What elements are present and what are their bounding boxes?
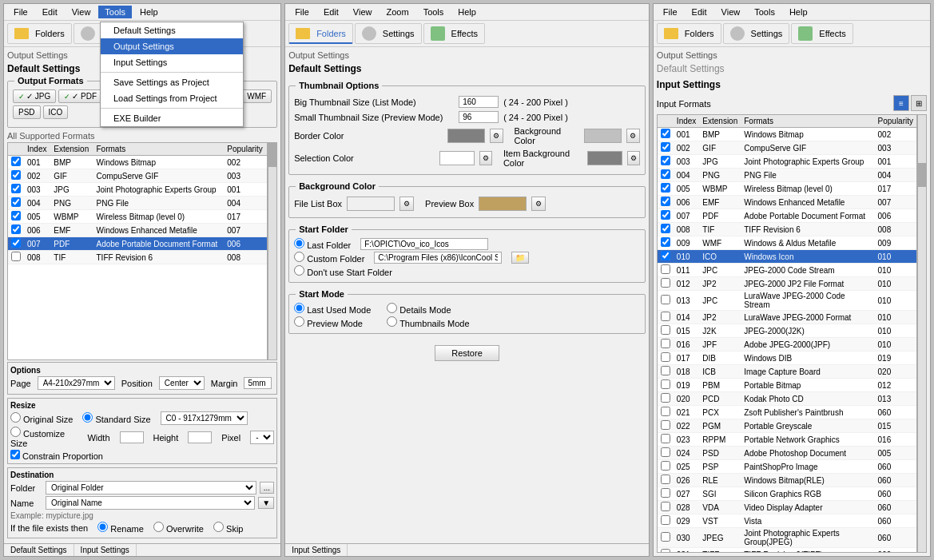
row-check[interactable] <box>8 183 24 197</box>
row-check[interactable] <box>8 210 24 224</box>
original-size-radio[interactable] <box>10 412 21 423</box>
table-row[interactable]: 020 PCD Kodak Photo CD 013 <box>658 392 916 406</box>
table-row[interactable]: 028 VDA Video Display Adapter 060 <box>658 501 916 514</box>
standard-size-radio[interactable] <box>82 412 93 423</box>
fmt-jpg[interactable]: ✓ JPG <box>13 89 56 103</box>
row-checkbox[interactable] <box>11 157 21 166</box>
row-check[interactable] <box>658 169 674 182</box>
row-checkbox[interactable] <box>661 278 670 288</box>
last-folder-radio-label[interactable]: Last Folder <box>294 238 351 250</box>
menu-help-2[interactable]: Help <box>451 6 483 18</box>
row-checkbox[interactable] <box>661 352 670 362</box>
row-checkbox[interactable] <box>661 339 670 348</box>
folder-select[interactable]: Original Folder <box>46 481 256 494</box>
row-check[interactable] <box>658 474 674 487</box>
row-checkbox[interactable] <box>661 251 670 260</box>
row-checkbox[interactable] <box>661 264 670 274</box>
item-bg-color-btn[interactable]: ⚙ <box>627 151 640 165</box>
preview-mode-radio[interactable] <box>294 316 304 327</box>
preview-color-btn[interactable]: ⚙ <box>531 197 546 211</box>
menu-file-1[interactable]: File <box>7 6 34 18</box>
row-check[interactable] <box>658 236 674 250</box>
row-check[interactable] <box>658 155 674 169</box>
scroll-thumb-1[interactable] <box>268 143 276 167</box>
row-check[interactable] <box>658 128 674 141</box>
margin-input[interactable] <box>244 377 272 389</box>
menu-tools-3[interactable]: Tools <box>748 6 781 18</box>
original-size-label[interactable]: Original Size <box>10 412 73 424</box>
overwrite-radio[interactable] <box>153 522 164 532</box>
preview-mode-label[interactable]: Preview Mode <box>294 316 363 328</box>
skip-radio[interactable] <box>213 522 224 532</box>
table-row[interactable]: 015 J2K JPEG-2000(J2K) 010 <box>658 324 916 338</box>
row-check[interactable] <box>8 237 24 251</box>
table-row[interactable]: 025 PSP PaintShopPro Image 060 <box>658 460 916 474</box>
row-check[interactable] <box>658 447 674 460</box>
row-check[interactable] <box>658 419 674 433</box>
dont-use-radio[interactable] <box>294 265 304 276</box>
table-row[interactable]: 012 JP2 JPEG-2000 JP2 File Format 010 <box>658 277 916 291</box>
skip-label[interactable]: Skip <box>213 522 243 534</box>
table-row[interactable]: 005 WBMP Wireless Bitmap (level 0) 017 <box>8 210 267 224</box>
dropdown-load-settings[interactable]: Load Settings from Project <box>101 90 243 106</box>
constrain-checkbox[interactable] <box>10 450 20 459</box>
customize-size-radio[interactable] <box>10 427 21 437</box>
table-row[interactable]: 013 JPC LuraWave JPEG-2000 Code Stream 0… <box>658 291 916 311</box>
table-row[interactable]: 005 WBMP Wireless Bitmap (level 0) 017 <box>658 182 916 196</box>
dropdown-exe-builder[interactable]: EXE Builder <box>101 110 243 126</box>
row-checkbox[interactable] <box>661 129 670 138</box>
scroll-thumb-3[interactable] <box>918 163 926 187</box>
row-check[interactable] <box>658 223 674 236</box>
table-row[interactable]: 001 BMP Windows Bitmap 002 <box>8 156 267 169</box>
bottom-tab-input-settings-2[interactable]: Input Settings <box>285 544 348 556</box>
table-row[interactable]: 006 EMF Windows Enhanced Metafile 007 <box>658 196 916 209</box>
table-row[interactable]: 004 PNG PNG File 004 <box>8 197 267 210</box>
toolbar-settings-3[interactable]: Settings <box>723 23 790 44</box>
position-select[interactable]: Center <box>159 376 205 390</box>
big-thumb-input[interactable] <box>459 96 499 108</box>
dont-use-label[interactable]: Don't use Start Folder <box>294 265 392 277</box>
table-row[interactable]: 002 GIF CompuServe GIF 003 <box>658 141 916 155</box>
row-checkbox[interactable] <box>11 211 21 220</box>
row-checkbox[interactable] <box>11 238 21 248</box>
table-row[interactable]: 030 JPEG Joint Photographic Experts Grou… <box>658 528 916 548</box>
table-row[interactable]: 008 TIF TIFF Revision 6 008 <box>658 223 916 236</box>
row-checkbox[interactable] <box>661 434 670 443</box>
rename-radio[interactable] <box>97 522 108 532</box>
menu-help-1[interactable]: Help <box>133 6 165 18</box>
row-check[interactable] <box>658 528 674 548</box>
scrollbar-3[interactable] <box>917 114 927 553</box>
bottom-tab-default-settings-1[interactable]: Default Settings <box>4 544 74 556</box>
row-check[interactable] <box>658 501 674 514</box>
dropdown-input-settings[interactable]: Input Settings <box>101 54 243 70</box>
row-checkbox[interactable] <box>11 252 21 261</box>
height-input[interactable] <box>188 431 212 443</box>
menu-tools-2[interactable]: Tools <box>417 6 451 18</box>
table-row[interactable]: 014 JP2 LuraWave JPEG-2000 Format 010 <box>658 311 916 324</box>
table-row[interactable]: 027 SGI Silicon Graphics RGB 060 <box>658 487 916 501</box>
row-checkbox[interactable] <box>661 379 670 389</box>
row-check[interactable] <box>8 169 24 183</box>
row-checkbox[interactable] <box>661 183 670 193</box>
fmt-pdf[interactable]: ✓ PDF <box>58 89 102 103</box>
row-checkbox[interactable] <box>661 461 670 471</box>
menu-file-3[interactable]: File <box>657 6 684 18</box>
customize-size-label[interactable]: Customize Size <box>10 427 78 448</box>
menu-zoom-2[interactable]: Zoom <box>380 6 415 18</box>
border-color-btn[interactable]: ⚙ <box>490 129 503 143</box>
toolbar-effects-3[interactable]: Effects <box>791 23 853 44</box>
table-row[interactable]: 003 JPG Joint Photographic Experts Group… <box>8 183 267 197</box>
row-check[interactable] <box>658 514 674 528</box>
menu-edit-2[interactable]: Edit <box>317 6 345 18</box>
row-check[interactable] <box>658 196 674 209</box>
table-row[interactable]: 019 PBM Portable Bitmap 012 <box>658 379 916 392</box>
row-check[interactable] <box>8 156 24 169</box>
row-check[interactable] <box>658 277 674 291</box>
formats-table-3[interactable]: Index Extension Formats Popularity 001 B… <box>657 114 917 553</box>
table-row[interactable]: 026 RLE Windows Bitmap(RLE) 060 <box>658 474 916 487</box>
table-row[interactable]: 007 PDF Adobe Portable Document Format 0… <box>658 209 916 223</box>
folder-browse-btn[interactable]: ... <box>260 482 274 494</box>
view-grid-btn[interactable]: ⊞ <box>911 95 927 111</box>
row-checkbox[interactable] <box>661 156 670 165</box>
table-row[interactable]: 004 PNG PNG File 004 <box>658 169 916 182</box>
